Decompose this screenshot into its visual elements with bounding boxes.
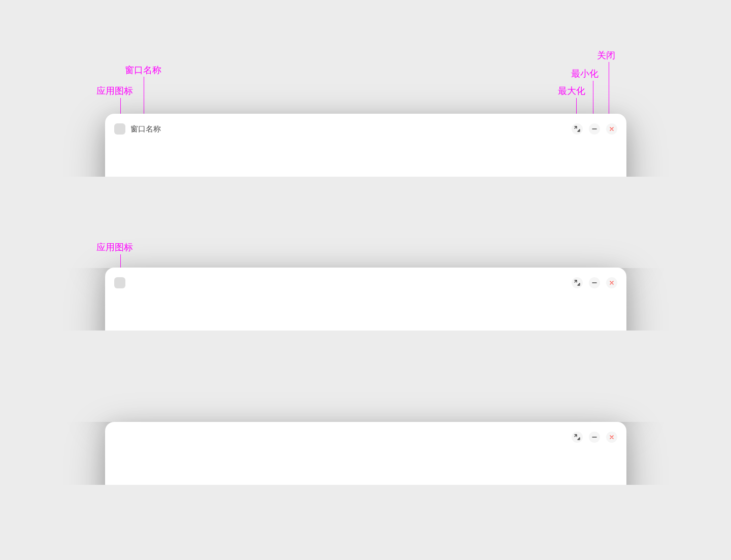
annotation-close: 关闭 — [597, 49, 615, 61]
minimize-icon — [591, 280, 597, 286]
titlebar — [105, 422, 626, 452]
window-title: 窗口名称 — [130, 124, 161, 134]
annotation-window-name: 窗口名称 — [125, 64, 161, 76]
close-icon — [609, 280, 615, 286]
minimize-icon — [591, 434, 597, 440]
minimize-button[interactable] — [589, 432, 600, 443]
window-controls — [572, 123, 617, 135]
close-icon — [609, 434, 615, 440]
close-button[interactable] — [606, 432, 617, 443]
window-controls — [572, 277, 617, 288]
maximize-icon — [574, 280, 580, 286]
maximize-icon — [574, 434, 580, 440]
minimize-button[interactable] — [589, 277, 600, 288]
maximize-icon — [574, 126, 580, 132]
maximize-button[interactable] — [572, 123, 583, 135]
minimize-icon — [591, 126, 597, 132]
titlebar — [105, 268, 626, 298]
annotation-app-icon-2: 应用图标 — [96, 241, 133, 253]
annotation-maximize: 最大化 — [558, 85, 585, 97]
app-icon — [114, 123, 125, 135]
minimize-button[interactable] — [589, 123, 600, 135]
window-controls — [572, 432, 617, 443]
close-button[interactable] — [606, 123, 617, 135]
annotation-minimize: 最小化 — [571, 68, 599, 80]
titlebar: 窗口名称 — [105, 114, 626, 144]
maximize-button[interactable] — [572, 432, 583, 443]
close-icon — [609, 126, 615, 132]
annotation-app-icon: 应用图标 — [96, 85, 133, 97]
app-icon — [114, 277, 125, 288]
maximize-button[interactable] — [572, 277, 583, 288]
close-button[interactable] — [606, 277, 617, 288]
